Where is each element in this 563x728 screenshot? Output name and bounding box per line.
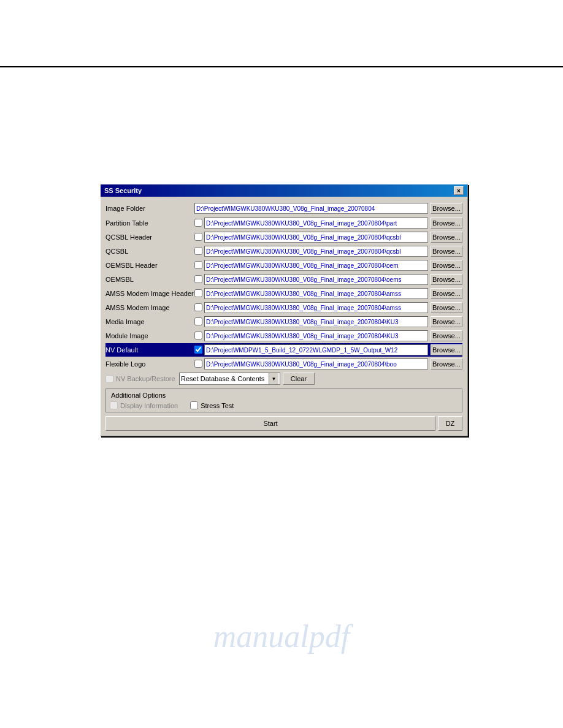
clear-button[interactable]: Clear xyxy=(283,373,315,385)
amss-modem-image-header-browse-button[interactable]: Browse... xyxy=(431,288,462,299)
qcsbl-header-checkbox[interactable] xyxy=(194,233,202,241)
qcsbl-path: D:\ProjectWIMGWKU380WKU380_V08g_Final_im… xyxy=(204,246,428,257)
partition-table-path: D:\ProjectWIMGWKU380WKU380_V08g_Final_im… xyxy=(204,218,428,229)
stress-test-checkbox[interactable] xyxy=(190,401,198,409)
media-image-checkbox[interactable] xyxy=(194,317,202,325)
nv-backup-label-container: NV Backup/Restore xyxy=(105,375,179,383)
image-folder-path: D:\ProjectWIMGWKU380WKU380_V08g_Final_im… xyxy=(194,203,428,214)
amss-modem-image-header-checkbox[interactable] xyxy=(194,289,202,297)
nv-backup-dropdown[interactable]: Reset Database & Contents ▼ xyxy=(179,373,280,385)
module-image-path: D:\ProjectWIMGWKU380WKU380_V08g_Final_im… xyxy=(204,330,428,341)
amss-modem-image-browse-button[interactable]: Browse... xyxy=(431,302,462,313)
bottom-buttons: Start DZ xyxy=(105,416,462,431)
image-folder-row: Image Folder D:\ProjectWIMGWKU380WKU380_… xyxy=(105,202,462,215)
module-image-label: Module Image xyxy=(105,332,194,339)
additional-options-group: Additional Options Display Information S… xyxy=(105,389,462,412)
nv-default-label: NV Default xyxy=(105,346,194,354)
security-dialog: SS Security × Image Folder D:\ProjectWIM… xyxy=(100,184,468,436)
partition-table-checkbox-container xyxy=(194,219,204,228)
dialog-close-button[interactable]: × xyxy=(454,186,464,195)
qcsbl-header-path: D:\ProjectWIMGWKU380WKU380_V08g_Final_im… xyxy=(204,232,428,243)
oemsbl-label: OEMSBL xyxy=(105,276,194,283)
nv-default-checkbox[interactable] xyxy=(194,346,202,354)
oemsbl-browse-button[interactable]: Browse... xyxy=(431,274,462,285)
amss-modem-image-row: AMSS Modem Image D:\ProjectWIMGWKU380WKU… xyxy=(105,301,462,314)
amss-modem-image-header-checkbox-container xyxy=(194,289,204,298)
nv-backup-checkbox[interactable] xyxy=(105,375,113,383)
oemsbl-checkbox[interactable] xyxy=(194,275,202,283)
display-information-option: Display Information xyxy=(110,401,178,409)
nv-default-row: NV Default D:\ProjectWMDPW1_5_Build_12_0… xyxy=(105,343,462,357)
qcsbl-row: QCSBL D:\ProjectWIMGWKU380WKU380_V08g_Fi… xyxy=(105,245,462,258)
nv-backup-row: NV Backup/Restore Reset Database & Conte… xyxy=(105,371,462,386)
module-image-checkbox[interactable] xyxy=(194,332,202,339)
amss-modem-image-path: D:\ProjectWIMGWKU380WKU380_V08g_Final_im… xyxy=(204,302,428,313)
oemsbl-path: D:\ProjectWIMGWKU380WKU380_V08g_Final_im… xyxy=(204,274,428,285)
flexible-logo-row: Flexible Logo D:\ProjectWIMGWKU380WKU380… xyxy=(105,357,462,371)
flexible-logo-browse-button[interactable]: Browse... xyxy=(431,358,462,370)
media-image-browse-button[interactable]: Browse... xyxy=(431,316,462,327)
nv-default-checkbox-container xyxy=(194,346,204,355)
qcsbl-header-row: QCSBL Header D:\ProjectWIMGWKU380WKU380_… xyxy=(105,230,462,244)
dialog-titlebar: SS Security × xyxy=(101,184,467,197)
oemsbl-header-browse-button[interactable]: Browse... xyxy=(431,260,462,271)
display-information-checkbox[interactable] xyxy=(110,401,118,409)
stress-test-label: Stress Test xyxy=(201,402,234,409)
watermark: manualpdf xyxy=(213,618,350,654)
module-image-checkbox-container xyxy=(194,332,204,341)
amss-modem-image-header-label: AMSS Modem Image Header xyxy=(105,290,194,297)
flexible-logo-label: Flexible Logo xyxy=(105,360,194,368)
partition-table-label: Partition Table xyxy=(105,219,194,227)
image-folder-label: Image Folder xyxy=(105,205,194,212)
amss-modem-image-header-row: AMSS Modem Image Header D:\ProjectWIMGWK… xyxy=(105,287,462,300)
oemsbl-row: OEMSBL D:\ProjectWIMGWKU380WKU380_V08g_F… xyxy=(105,273,462,286)
nv-default-browse-button[interactable]: Browse... xyxy=(431,344,462,355)
nv-default-path: D:\ProjectWMDPW1_5_Build_12_0722WLGMDP_1… xyxy=(204,344,428,355)
partition-table-browse-button[interactable]: Browse... xyxy=(431,218,462,229)
oemsbl-header-checkbox-container xyxy=(194,261,204,270)
additional-options-legend: Additional Options xyxy=(110,392,167,399)
module-image-browse-button[interactable]: Browse... xyxy=(431,330,462,341)
qcsbl-checkbox-container xyxy=(194,247,204,256)
amss-modem-image-checkbox[interactable] xyxy=(194,303,202,311)
module-image-row: Module Image D:\ProjectWIMGWKU380WKU380_… xyxy=(105,329,462,343)
flexible-logo-checkbox[interactable] xyxy=(194,360,202,368)
flexible-logo-path: D:\ProjectWIMGWKU380WKU380_V08g_Final_im… xyxy=(204,358,428,370)
oemsbl-header-row: OEMSBL Header D:\ProjectWIMGWKU380WKU380… xyxy=(105,259,462,272)
media-image-label: Media Image xyxy=(105,318,194,325)
nv-backup-dropdown-value: Reset Database & Contents xyxy=(181,375,269,382)
qcsbl-browse-button[interactable]: Browse... xyxy=(431,246,462,257)
dialog-title: SS Security xyxy=(104,187,142,194)
stress-test-option: Stress Test xyxy=(190,401,234,409)
additional-options-content: Display Information Stress Test xyxy=(110,401,458,409)
flexible-logo-checkbox-container xyxy=(194,360,204,369)
nv-backup-label-text: NV Backup/Restore xyxy=(116,375,175,382)
top-border xyxy=(0,66,563,67)
amss-modem-image-label: AMSS Modem Image xyxy=(105,304,194,311)
dz-button[interactable]: DZ xyxy=(438,416,462,431)
qcsbl-header-browse-button[interactable]: Browse... xyxy=(431,232,462,243)
oemsbl-checkbox-container xyxy=(194,275,204,284)
page-background: SS Security × Image Folder D:\ProjectWIM… xyxy=(0,0,563,728)
partition-table-row: Partition Table D:\ProjectWIMGWKU380WKU3… xyxy=(105,216,462,230)
qcsbl-checkbox[interactable] xyxy=(194,247,202,255)
amss-modem-image-checkbox-container xyxy=(194,303,204,313)
media-image-checkbox-container xyxy=(194,317,204,327)
amss-modem-image-header-path: D:\ProjectWIMGWKU380WKU380_V08g_Final_im… xyxy=(204,288,428,299)
oemsbl-header-checkbox[interactable] xyxy=(194,261,202,269)
qcsbl-header-checkbox-container xyxy=(194,233,204,242)
oemsbl-header-path: D:\ProjectWIMGWKU380WKU380_V08g_Final_im… xyxy=(204,260,428,271)
oemsbl-header-label: OEMSBL Header xyxy=(105,262,194,269)
nv-backup-dropdown-arrow-icon: ▼ xyxy=(269,373,278,384)
image-folder-browse-button[interactable]: Browse... xyxy=(431,203,462,214)
dialog-body: Image Folder D:\ProjectWIMGWKU380WKU380_… xyxy=(101,197,467,436)
qcsbl-header-label: QCSBL Header xyxy=(105,233,194,241)
display-information-label: Display Information xyxy=(120,402,178,409)
qcsbl-label: QCSBL xyxy=(105,248,194,255)
start-button[interactable]: Start xyxy=(105,416,435,431)
media-image-row: Media Image D:\ProjectWIMGWKU380WKU380_V… xyxy=(105,315,462,328)
media-image-path: D:\ProjectWIMGWKU380WKU380_V08g_Final_im… xyxy=(204,316,428,327)
partition-table-checkbox[interactable] xyxy=(194,219,202,227)
